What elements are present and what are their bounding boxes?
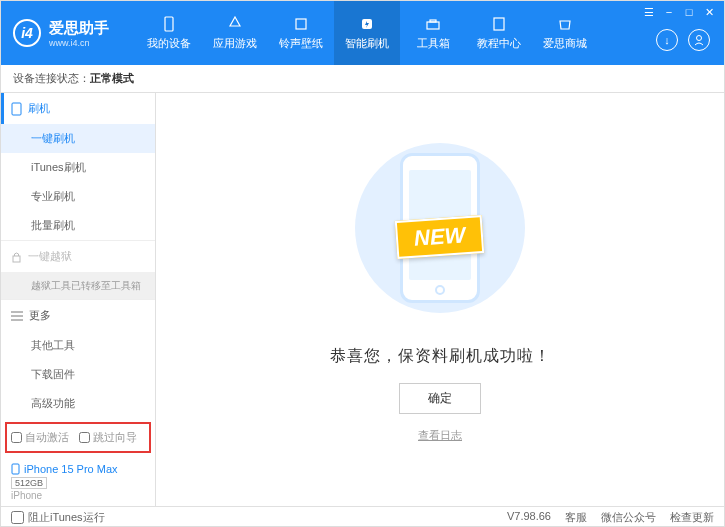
svg-rect-1: [296, 19, 306, 29]
nav-store[interactable]: 爱思商城: [532, 1, 598, 65]
ringtone-icon: [292, 15, 310, 33]
sidebar-item-advanced[interactable]: 高级功能: [1, 389, 155, 418]
logo-icon: i4: [13, 19, 41, 47]
svg-rect-12: [12, 464, 19, 474]
svg-rect-7: [12, 103, 21, 115]
nav-ringtones[interactable]: 铃声壁纸: [268, 1, 334, 65]
activation-options: 自动激活 跳过向导: [5, 422, 151, 453]
ok-button[interactable]: 确定: [399, 383, 481, 414]
apps-icon: [226, 15, 244, 33]
success-message: 恭喜您，保资料刷机成功啦！: [330, 346, 551, 367]
phone-icon: [160, 15, 178, 33]
view-log-link[interactable]: 查看日志: [418, 428, 462, 443]
svg-rect-8: [13, 256, 20, 262]
maximize-icon[interactable]: □: [680, 5, 698, 19]
user-icon[interactable]: [688, 29, 710, 51]
footer: 阻止iTunes运行 V7.98.66 客服 微信公众号 检查更新: [1, 506, 724, 527]
book-icon: [490, 15, 508, 33]
main-content: NEW 恭喜您，保资料刷机成功啦！ 确定 查看日志: [156, 93, 724, 506]
footer-support[interactable]: 客服: [565, 510, 587, 525]
sidebar-item-pro[interactable]: 专业刷机: [1, 182, 155, 211]
nav-my-device[interactable]: 我的设备: [136, 1, 202, 65]
store-icon: [556, 15, 574, 33]
sidebar-section-jailbreak[interactable]: 一键越狱: [1, 241, 155, 272]
svg-rect-4: [430, 20, 436, 22]
svg-rect-0: [165, 17, 173, 31]
new-banner: NEW: [395, 215, 485, 259]
device-storage: 512GB: [11, 477, 47, 489]
close-icon[interactable]: ✕: [700, 5, 718, 19]
sidebar-section-more[interactable]: 更多: [1, 300, 155, 331]
lock-icon: [11, 251, 22, 263]
menu-icon[interactable]: ☰: [640, 5, 658, 19]
footer-wechat[interactable]: 微信公众号: [601, 510, 656, 525]
version-label: V7.98.66: [507, 510, 551, 525]
nav-flash[interactable]: 智能刷机: [334, 1, 400, 65]
app-header: i4 爱思助手 www.i4.cn 我的设备 应用游戏 铃声壁纸 智能刷机 工具…: [1, 1, 724, 65]
sidebar-item-batch[interactable]: 批量刷机: [1, 211, 155, 240]
minimize-icon[interactable]: −: [660, 5, 678, 19]
status-value: 正常模式: [90, 71, 134, 86]
app-title: 爱思助手: [49, 19, 109, 38]
status-label: 设备连接状态：: [13, 71, 90, 86]
flash-icon: [358, 15, 376, 33]
nav-tutorials[interactable]: 教程中心: [466, 1, 532, 65]
sidebar-section-flash[interactable]: 刷机: [1, 93, 155, 124]
block-itunes-checkbox[interactable]: 阻止iTunes运行: [11, 510, 105, 525]
sidebar-item-oneclick[interactable]: 一键刷机: [1, 124, 155, 153]
svg-rect-5: [494, 18, 504, 30]
device-info: iPhone 15 Pro Max 512GB iPhone: [1, 457, 155, 507]
sidebar-item-jailbreak-moved: 越狱工具已转移至工具箱: [1, 272, 155, 299]
device-type: iPhone: [11, 490, 145, 501]
device-name[interactable]: iPhone 15 Pro Max: [11, 463, 145, 475]
phone-icon: [11, 102, 22, 116]
sidebar-item-firmware[interactable]: 下载固件: [1, 360, 155, 389]
skip-guide-checkbox[interactable]: 跳过向导: [79, 430, 137, 445]
toolbox-icon: [424, 15, 442, 33]
logo-area: i4 爱思助手 www.i4.cn: [1, 19, 136, 48]
status-bar: 设备连接状态： 正常模式: [1, 65, 724, 93]
footer-update[interactable]: 检查更新: [670, 510, 714, 525]
nav-apps[interactable]: 应用游戏: [202, 1, 268, 65]
sidebar-item-other[interactable]: 其他工具: [1, 331, 155, 360]
svg-point-6: [697, 36, 702, 41]
list-icon: [11, 311, 23, 321]
nav-tabs: 我的设备 应用游戏 铃声壁纸 智能刷机 工具箱 教程中心 爱思商城: [136, 1, 598, 65]
download-icon[interactable]: ↓: [656, 29, 678, 51]
phone-small-icon: [11, 463, 20, 475]
auto-activate-checkbox[interactable]: 自动激活: [11, 430, 69, 445]
sidebar-item-itunes[interactable]: iTunes刷机: [1, 153, 155, 182]
nav-toolbox[interactable]: 工具箱: [400, 1, 466, 65]
svg-rect-3: [427, 22, 439, 29]
app-subtitle: www.i4.cn: [49, 38, 109, 48]
success-illustration: NEW: [340, 128, 540, 328]
sidebar: 刷机 一键刷机 iTunes刷机 专业刷机 批量刷机 一键越狱 越狱工具已转移至…: [1, 93, 156, 506]
